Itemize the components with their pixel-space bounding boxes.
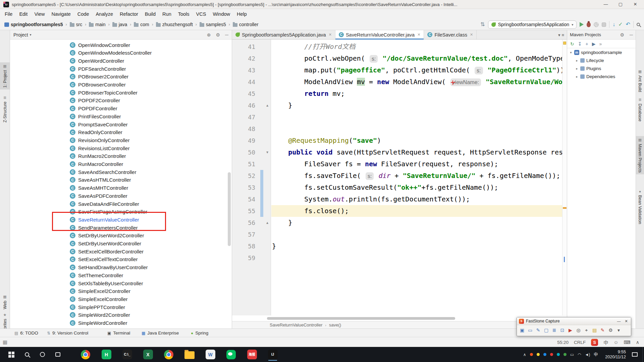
code-line[interactable]: System.out.println(fs.getDocumentText())… xyxy=(271,193,470,205)
settings-gear-icon[interactable]: ⚙ xyxy=(620,32,625,38)
maximize-button[interactable]: ▢ xyxy=(613,0,628,9)
toolwindow-tab-ant-build[interactable]: ▦Ant Build xyxy=(636,68,644,94)
taskbar-app-file-explorer[interactable] xyxy=(184,349,195,361)
project-tree-item-savedataandfilecontroller[interactable]: CSaveDataAndFileController xyxy=(10,200,232,208)
project-tree-item-promptsavecontroller[interactable]: CPromptSaveController xyxy=(10,120,232,128)
project-tree-item-saveandsearchcontroller[interactable]: CSaveAndSearchController xyxy=(10,168,232,176)
breadcrumb-item-springbootforsamples5[interactable]: springbootforsamples5 xyxy=(3,21,64,28)
start-button[interactable] xyxy=(7,352,15,358)
code-line[interactable] xyxy=(271,229,272,240)
project-tree-item-runmacrocontroller[interactable]: CRunMacroController xyxy=(10,160,232,168)
maven-node-dependencies[interactable]: ▸Dependencies xyxy=(567,72,636,80)
code-line[interactable]: } xyxy=(271,240,276,252)
maven-node-lifecycle[interactable]: ▸Lifecycle xyxy=(567,56,636,64)
code-line[interactable] xyxy=(271,111,272,123)
capture-rectangle-icon[interactable]: ▭ xyxy=(527,326,534,334)
toolwindow-tab-web[interactable]: ▦Web xyxy=(0,293,10,311)
ruler-icon[interactable]: ▤ xyxy=(591,326,598,334)
project-tree-item-openwindowcontroller[interactable]: COpenWindowController xyxy=(10,41,232,49)
toolwindow-button-terminal[interactable]: ▣Terminal xyxy=(107,329,130,337)
tray-ime-icon[interactable]: 中 xyxy=(594,353,598,357)
faststone-tray-icon[interactable]: S xyxy=(591,339,598,346)
code-line[interactable]: ModelAndView mv = new ModelAndView( view… xyxy=(271,76,562,88)
maven-node-plugins[interactable]: ▸Plugins xyxy=(567,64,636,72)
chevron-down-icon[interactable]: ▾ xyxy=(569,51,573,54)
stripe-info-mark[interactable] xyxy=(564,257,565,262)
project-tree-item-openwordcontroller[interactable]: COpenWordController xyxy=(10,57,232,65)
editor-tab-springbootforsamples5application-java[interactable]: Springbootforsamples5Application.java✕ xyxy=(232,30,335,39)
toolwindow-tab-database[interactable]: ≣Database xyxy=(636,96,644,123)
tray-app-blue-icon[interactable] xyxy=(543,353,546,356)
project-panel-title[interactable]: Project xyxy=(13,32,28,38)
tabs-menu-icon[interactable]: ≡ xyxy=(561,33,564,38)
tab-close-icon[interactable]: ✕ xyxy=(329,33,332,37)
maven-overflow-icon[interactable]: » xyxy=(599,41,602,47)
project-tree-item-pobrowsertopiccontroller[interactable]: CPOBrowserTopicController xyxy=(10,88,232,97)
code-line[interactable]: map.put("pageoffice", poCtrl.getHtmlCode… xyxy=(271,64,562,76)
project-tree-item-popdfcontroller[interactable]: CPOPDFController xyxy=(10,105,232,113)
stripe-caret-mark[interactable] xyxy=(563,207,567,209)
breadcrumb-item-zhuozhengsoft[interactable]: zhuozhengsoft xyxy=(155,21,194,28)
code-line[interactable]: //打开Word文档 xyxy=(271,41,356,53)
tray-expand-icon[interactable]: ∧ xyxy=(523,353,526,357)
fold-marker-icon[interactable]: ▾ xyxy=(266,146,268,158)
ime-indicator-icon[interactable]: 中 xyxy=(603,339,608,346)
touch-keyboard-icon[interactable]: ⌨ xyxy=(624,340,631,345)
code-line[interactable]: fs.saveToFile( s: dir + "SaveReturnValue… xyxy=(271,170,560,182)
toolwindow-button-6-todo[interactable]: ▤6: TODO xyxy=(14,329,38,337)
chevron-down-icon[interactable]: ▾ xyxy=(30,33,32,37)
fold-marker-icon[interactable]: ▴ xyxy=(266,100,268,111)
maven-project-root[interactable]: ▾mspringbootforsample xyxy=(567,48,636,56)
tray-monitor-icon[interactable]: ▭ xyxy=(570,353,574,357)
faststone-close-button[interactable]: ✕ xyxy=(624,319,629,323)
menu-refactor[interactable]: Refactor xyxy=(116,9,142,19)
breadcrumb-method[interactable]: save() xyxy=(329,322,341,327)
toolwindow-tab-z-structure[interactable]: ≣Z-Structure xyxy=(0,94,10,124)
breadcrumb-item-src[interactable]: src xyxy=(69,21,84,28)
tray-app-yellow-icon[interactable] xyxy=(537,353,540,356)
project-tree-item-setexcelcelltextcontroller[interactable]: CSetExcelCellTextController xyxy=(10,255,232,263)
project-tree-item-setdrbyuserword2controller[interactable]: CSetDrByUserWord2Controller xyxy=(10,232,232,240)
breadcrumb-item-controller[interactable]: controller xyxy=(232,21,260,28)
project-tree-item-popdf2controller[interactable]: CPOPDF2Controller xyxy=(10,97,232,105)
profiler-button[interactable] xyxy=(602,22,606,27)
code-line[interactable]: public void save(HttpServletRequest requ… xyxy=(271,146,562,158)
chevron-right-icon[interactable]: ▸ xyxy=(575,75,579,78)
menu-file[interactable]: File xyxy=(1,9,16,19)
menu-run[interactable]: Run xyxy=(159,9,175,19)
breadcrumb-item-samples5[interactable]: samples5 xyxy=(199,21,227,28)
menu-help[interactable]: Help xyxy=(233,9,250,19)
taskbar-app-poster-app[interactable]: 海报 xyxy=(247,349,257,361)
project-tree-item-simplewordcontroller[interactable]: CSimpleWordController xyxy=(10,319,232,327)
emoji-panel-icon[interactable]: ☺ xyxy=(613,340,618,345)
toolwindow-tab-bean-validation[interactable]: ●Bean Validation xyxy=(636,188,644,226)
project-tree-item-pdfsearchcontroller[interactable]: CPDFSearchController xyxy=(10,65,232,73)
capture-active-window-icon[interactable]: ▣ xyxy=(519,326,526,334)
taskbar-clock[interactable]: 9:55 2020/11/12 xyxy=(605,350,626,360)
menu-build[interactable]: Build xyxy=(142,9,159,19)
taskbar-app-wechat[interactable] xyxy=(226,349,236,361)
maven-refresh-icon[interactable]: ↻ xyxy=(570,41,574,47)
tray-app-orange-icon[interactable] xyxy=(530,353,533,356)
project-tree-item-sethanddrawbyusercontroller[interactable]: CSetHandDrawByUserController xyxy=(10,263,232,272)
taskbar-app-chrome-1[interactable] xyxy=(80,349,91,361)
code-line[interactable]: fs.setCustomSaveResult("ok++"+fs.getFile… xyxy=(271,182,498,193)
maven-download-sources-icon[interactable]: ↧ xyxy=(578,41,582,47)
toolwindow-button-java-enterprise[interactable]: ▦Java Enterprise xyxy=(142,329,179,337)
code-line[interactable] xyxy=(271,123,272,135)
project-tree-item-revisiononlycontroller[interactable]: CRevisionOnlyController xyxy=(10,136,232,144)
chevron-right-icon[interactable]: ▸ xyxy=(575,67,579,70)
toolwindow-toggle-icon[interactable]: ▦ xyxy=(3,337,7,347)
action-center-icon[interactable] xyxy=(632,352,638,357)
taskbar-search-icon[interactable] xyxy=(23,352,31,357)
sort-icon[interactable]: ⇅ xyxy=(480,21,485,28)
task-view-icon[interactable] xyxy=(54,352,62,357)
project-tree-item-simpleword2controller[interactable]: CSimpleWord2Controller xyxy=(10,311,232,319)
taskbar-app-excel[interactable]: X xyxy=(143,349,153,361)
tray-network-icon[interactable]: ◠ xyxy=(578,353,581,357)
project-tree-item-printfilescontroller[interactable]: CPrintFilesController xyxy=(10,112,232,120)
project-tree-item-saveaspdfcontroller[interactable]: CSaveAsPDFController xyxy=(10,192,232,200)
breadcrumb-class[interactable]: SaveReturnValueController xyxy=(270,322,322,327)
project-scrollbar[interactable] xyxy=(228,172,231,246)
stripe-warning-mark[interactable] xyxy=(563,42,566,45)
